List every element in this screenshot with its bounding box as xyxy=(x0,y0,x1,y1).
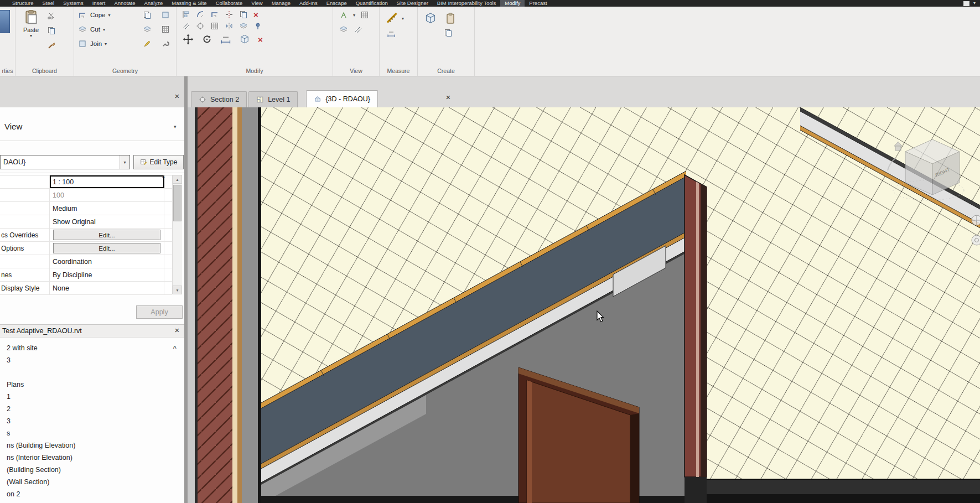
collapse-all-icon[interactable]: ^ xyxy=(162,176,165,180)
browser-tree-item[interactable]: on 2 xyxy=(0,488,184,500)
geometry-extra-icon-0-1[interactable] xyxy=(160,10,170,20)
browser-tree-item[interactable]: ns (Building Elevation) xyxy=(0,439,184,452)
ribbon-tab-bim-interoperability-tools[interactable]: BIM Interoperability Tools xyxy=(433,0,501,7)
split-icon[interactable] xyxy=(224,9,234,19)
type-selector-dropdown-icon[interactable]: ▾ xyxy=(120,155,129,169)
cut-button[interactable]: Cut xyxy=(90,26,100,33)
ribbon-tab-massing-site[interactable]: Massing & Site xyxy=(167,0,211,7)
paste-dropdown-icon[interactable]: ▾ xyxy=(15,33,46,38)
cut-icon[interactable] xyxy=(77,24,87,34)
delete-icon[interactable]: × xyxy=(253,9,259,19)
active-view-tab-close-icon[interactable]: × xyxy=(444,93,453,102)
unjoin-icon[interactable] xyxy=(238,21,248,31)
mirror-icon[interactable] xyxy=(224,21,234,31)
properties-scrollbar[interactable]: ▲ ▼ xyxy=(172,175,182,294)
ribbon-tab-collaborate[interactable]: Collaborate xyxy=(211,0,247,7)
ribbon-tab-site-designer[interactable]: Site Designer xyxy=(392,0,433,7)
browser-tree-item[interactable]: 3 xyxy=(0,415,184,427)
move-icon[interactable] xyxy=(182,33,194,45)
create-assembly-icon[interactable] xyxy=(443,11,458,25)
3d-viewport[interactable]: RIGHT xyxy=(188,107,980,503)
property-value[interactable]: 1 : 100 xyxy=(50,175,164,188)
unhide-icon[interactable] xyxy=(339,24,349,34)
ribbon-tab-modify[interactable]: Modify xyxy=(500,0,525,7)
ribbon-tab-quantification[interactable]: Quantification xyxy=(351,0,392,7)
browser-tree-item[interactable]: 2 xyxy=(0,403,184,415)
ribbon-tab-analyze[interactable]: Analyze xyxy=(139,0,167,7)
browser-tree-item[interactable]: (Building Section) xyxy=(0,464,184,476)
geometry-extra-icon-2-1[interactable] xyxy=(160,39,170,49)
cope-icon[interactable] xyxy=(77,10,87,20)
join-dropdown-icon[interactable]: ▾ xyxy=(105,42,107,46)
vertical-wall-end[interactable] xyxy=(685,175,707,477)
project-browser-header[interactable]: Test Adaptive_RDAOU.rvt xyxy=(0,324,184,338)
measure-dropdown-icon[interactable]: ▾ xyxy=(402,16,404,21)
ribbon-tab-view[interactable]: View xyxy=(247,0,267,7)
edit-type-button[interactable]: Edit Type xyxy=(133,155,184,169)
titlebar-dropdown-icon[interactable]: ▾ xyxy=(973,1,976,6)
cut-clipboard-icon[interactable] xyxy=(46,11,56,20)
aligned-dimension-icon[interactable] xyxy=(386,29,396,39)
scrollbar-thumb[interactable] xyxy=(173,185,182,221)
project-browser-close-icon[interactable]: × xyxy=(173,326,182,335)
ribbon-tab-add-ins[interactable]: Add-Ins xyxy=(295,0,322,7)
corner-join-icon[interactable] xyxy=(210,9,220,19)
geometry-extra-icon-1-0[interactable] xyxy=(142,24,152,34)
property-value[interactable]: Edit... xyxy=(50,229,164,241)
ribbon-tab-manage[interactable]: Manage xyxy=(267,0,295,7)
ribbon-tab-annotate[interactable]: Annotate xyxy=(110,0,139,7)
apply-button[interactable]: Apply xyxy=(136,305,183,319)
view-dropdown-icon[interactable]: ▾ xyxy=(353,13,355,18)
property-value[interactable]: By Discipline xyxy=(50,268,164,281)
delete-alt-icon[interactable]: × xyxy=(257,35,263,44)
scrollbar-up-icon[interactable]: ▲ xyxy=(173,175,182,184)
left-wall-assembly[interactable] xyxy=(188,107,261,503)
create-group-icon[interactable] xyxy=(423,11,438,25)
edit-button[interactable]: Edit... xyxy=(53,230,160,240)
array-icon[interactable] xyxy=(210,21,220,31)
dimension-edit-icon[interactable] xyxy=(220,33,232,45)
scale-icon[interactable] xyxy=(238,33,251,45)
copy-elements-icon[interactable] xyxy=(238,9,248,19)
browser-tree-item[interactable]: Views (Detail) xyxy=(0,500,184,503)
browser-tree-item[interactable]: 3 xyxy=(0,354,184,366)
cut-dropdown-icon[interactable]: ▾ xyxy=(103,27,105,32)
property-value[interactable]: Edit... xyxy=(50,242,164,255)
paste-button[interactable]: Paste ▾ xyxy=(15,9,46,50)
window-icon[interactable] xyxy=(963,1,969,6)
view-tab-section-2[interactable]: Section 2 xyxy=(191,91,247,107)
reference-icon[interactable] xyxy=(195,21,205,31)
ribbon-tab-systems[interactable]: Systems xyxy=(59,0,87,7)
offset-icon[interactable] xyxy=(181,21,191,31)
property-value[interactable]: Coordination xyxy=(50,255,164,268)
scrollbar-down-icon[interactable]: ▼ xyxy=(173,286,182,294)
browser-tree-item[interactable] xyxy=(0,366,184,378)
browser-tree-item[interactable]: Plans xyxy=(0,378,184,391)
ribbon-tab-insert[interactable]: Insert xyxy=(88,0,110,7)
join-button[interactable]: Join xyxy=(90,40,102,47)
view-tab--3d-rdaou-[interactable]: {3D - RDAOU} xyxy=(306,90,378,107)
properties-filter-chevron-icon[interactable]: ▾ xyxy=(174,124,177,129)
copy-icon[interactable] xyxy=(46,25,56,35)
geometry-extra-icon-1-1[interactable] xyxy=(160,24,170,34)
ribbon-tab-precast[interactable]: Precast xyxy=(525,0,551,7)
cope-dropdown-icon[interactable]: ▾ xyxy=(108,13,111,18)
properties-icon[interactable] xyxy=(0,10,10,33)
join-icon[interactable] xyxy=(77,39,87,49)
cut-profile-icon[interactable] xyxy=(353,24,363,34)
type-selector-combobox[interactable]: DAOU} ▾ xyxy=(0,155,130,169)
ribbon-tab-enscape[interactable]: Enscape xyxy=(322,0,351,7)
view-tab-level-1[interactable]: Level 1 xyxy=(248,91,298,107)
property-value[interactable]: Show Original xyxy=(50,215,164,228)
hidden-lines-icon[interactable] xyxy=(360,10,370,20)
trim-icon[interactable] xyxy=(195,9,205,19)
browser-tree-item[interactable]: (Wall Section) xyxy=(0,476,184,488)
cope-button[interactable]: Cope xyxy=(90,12,106,18)
geometry-extra-icon-0-0[interactable] xyxy=(142,10,152,20)
browser-tree-item[interactable]: 1 xyxy=(0,391,184,403)
measure-icon[interactable] xyxy=(385,11,400,25)
property-value[interactable]: None xyxy=(50,282,164,294)
rotate-icon[interactable] xyxy=(201,33,213,45)
property-value[interactable]: Medium xyxy=(50,202,164,215)
properties-panel-close-icon[interactable]: × xyxy=(173,92,182,101)
